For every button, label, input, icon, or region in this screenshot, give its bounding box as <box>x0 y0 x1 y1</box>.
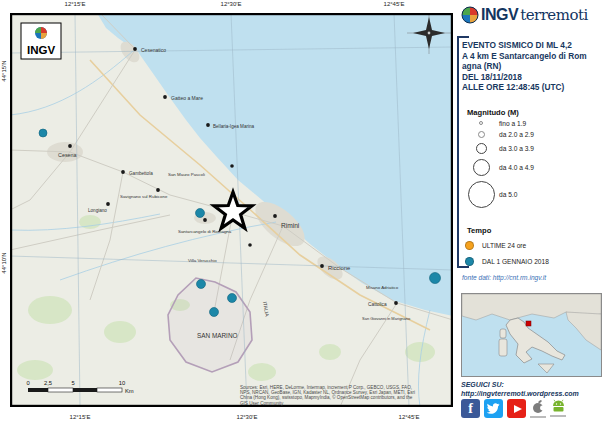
magnitude-circle-icon <box>478 131 485 138</box>
town-dot <box>230 164 234 168</box>
town-dot <box>206 123 210 127</box>
appstore-icon[interactable] <box>530 399 546 418</box>
wordpress-url[interactable]: http://ingvterremoti.wordpress.com <box>461 389 579 398</box>
town-label: Villa Verucchio <box>188 258 217 263</box>
event-text-line: DEL 18/11/2018 <box>462 72 602 83</box>
info-panel: INGVterremoti EVENTO SISMICO DI ML 4,2A … <box>455 0 604 427</box>
coord-label-left: 44°10'N <box>1 243 7 283</box>
event-description: EVENTO SISMICO DI ML 4,2A 4 km E Santarc… <box>462 40 602 93</box>
magnitude-legend-row: da 2.0 a 2.9 <box>463 128 601 140</box>
town-label: SAN MARINO <box>197 332 238 339</box>
magnitude-circle-icon <box>476 143 487 154</box>
scale-unit: Km <box>125 388 134 394</box>
facebook-icon[interactable]: f <box>461 399 480 418</box>
event-text-line: A 4 km E Santarcangelo di Rom <box>462 51 602 62</box>
tempo-label: ULTIME 24 ore <box>482 242 526 249</box>
magnitude-legend-row: da 3.0 a 3.9 <box>463 140 601 156</box>
town-label: Cattolica <box>368 302 387 307</box>
panel-bracket-top <box>457 36 469 38</box>
scale-tick-label: 10 <box>119 380 125 386</box>
coord-label-top: 12°30'E <box>211 1 251 7</box>
town-label: Riccione <box>328 265 350 271</box>
youtube-icon[interactable] <box>507 399 526 418</box>
town-label: Rimini <box>281 222 300 229</box>
event-text-line: agna (RN) <box>462 61 602 72</box>
earthquake-dot <box>210 308 219 317</box>
scale-tick-label: 2,5 <box>44 380 52 386</box>
magnitude-label: da 5.0 <box>499 191 517 198</box>
coord-label-bottom: 12°15'E <box>60 414 100 420</box>
scale-tick-label: 5 <box>71 380 74 386</box>
social-icons-row: f <box>461 399 566 418</box>
town-label: Longiano <box>88 208 107 213</box>
earthquake-dot <box>430 273 441 284</box>
esri-attribution: Sources: Esri, HERE, DeLorme, Intermap, … <box>240 385 462 406</box>
magnitude-legend-row: fino a 1.9 <box>463 118 601 128</box>
magnitude-label: da 3.0 a 3.9 <box>499 145 534 152</box>
coord-label-top: 12°45'E <box>374 1 414 7</box>
magnitude-label: da 2.0 a 2.9 <box>499 131 534 138</box>
magnitude-circle-icon <box>473 159 490 176</box>
town-label: San Giovanni in Marignano <box>362 316 411 321</box>
ingv-map-logo: INGV <box>21 23 61 59</box>
logo-text-ingv: INGV <box>481 6 518 24</box>
ingvterremoti-logo: INGVterremoti <box>461 6 588 24</box>
italy-inset-map <box>461 293 602 377</box>
ingv-map-logo-text: INGV <box>27 44 55 56</box>
event-text-line: EVENTO SISMICO DI ML 4,2 <box>462 40 602 51</box>
logo-text-terremoti: terremoti <box>520 6 588 24</box>
tempo-legend-row: DAL 1 GENNAIO 2018 <box>465 253 603 269</box>
attribution-line: GIS User Community <box>240 401 462 406</box>
googleplay-icon[interactable] <box>550 399 566 417</box>
coord-label-left: 44°15'N <box>1 51 7 91</box>
town-label: Bellaria-Igea Marina <box>213 124 255 129</box>
magnitude-label: da 4.0 a 4.9 <box>499 164 534 171</box>
earthquake-dot <box>39 129 47 137</box>
town-label: Misano Adriatico <box>366 285 399 290</box>
town-dot <box>68 144 72 148</box>
earthquake-dot <box>196 209 205 218</box>
tempo-label: DAL 1 GENNAIO 2018 <box>482 258 549 265</box>
town-label: Cesenatico <box>141 47 166 53</box>
event-text-line: ALLE ORE 12:48:45 (UTC) <box>462 82 602 93</box>
earthquake-dot <box>228 294 237 303</box>
town-dot <box>163 95 167 99</box>
tempo-dot-icon <box>465 241 474 250</box>
town-label: Cesena <box>58 152 77 158</box>
town-dot <box>133 47 137 51</box>
follow-us-label: SEGUICI SU: <box>461 380 579 389</box>
data-source-link[interactable]: fonte dati: http://cnt.rm.ingv.it <box>462 274 546 281</box>
main-map: CesenaticoGatteo a MareBellaria-Igea Mar… <box>10 13 453 407</box>
town-dot <box>248 243 252 247</box>
magnitude-legend-title: Magnitudo (M) <box>467 108 519 117</box>
town-label: Gatteo a Mare <box>171 95 203 101</box>
town-dot <box>106 202 110 206</box>
coord-label-bottom: 12°30'E <box>227 414 267 420</box>
town-dot <box>203 218 207 222</box>
follow-us-block: SEGUICI SU: http://ingvterremoti.wordpre… <box>461 380 579 398</box>
scale-tick-label: 0 <box>26 380 29 386</box>
ingv-seismic-event-bulletin: CesenaticoGatteo a MareBellaria-Igea Mar… <box>0 0 604 427</box>
tempo-dot-icon <box>465 257 474 266</box>
town-label: Gambettola <box>129 171 153 176</box>
earthquake-dot <box>197 280 206 289</box>
magnitude-legend: fino a 1.9da 2.0 a 2.9da 3.0 a 3.9da 4.0… <box>463 118 601 210</box>
tempo-legend-row: ULTIME 24 ore <box>465 237 603 253</box>
ingv-globe-icon <box>35 27 47 39</box>
italy-inset-canvas <box>462 294 601 376</box>
magnitude-circle-icon <box>468 181 495 208</box>
town-label: Savignano sul Rubicone <box>120 194 168 199</box>
magnitude-label: fino a 1.9 <box>499 120 526 127</box>
panel-bracket-line <box>457 36 459 268</box>
coord-label-top: 12°15'E <box>55 1 95 7</box>
twitter-icon[interactable] <box>484 399 503 418</box>
magnitude-circle-icon <box>479 121 483 125</box>
magnitude-legend-row: da 4.0 a 4.9 <box>463 156 601 178</box>
ingv-globe-icon <box>461 6 479 24</box>
event-location-marker <box>526 321 531 326</box>
town-dot <box>121 170 125 174</box>
sardinia <box>499 339 507 356</box>
town-label: Santarcangelo di Romagna <box>178 229 232 234</box>
town-dot <box>273 214 277 218</box>
tempo-legend-title: Tempo <box>467 226 491 235</box>
